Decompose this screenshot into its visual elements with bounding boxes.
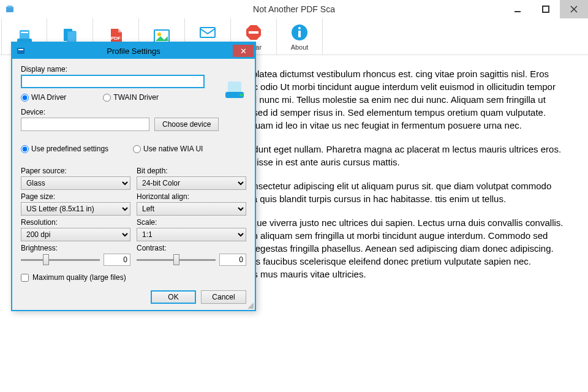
brightness-value[interactable] (104, 254, 130, 266)
toolbar-label: About (291, 43, 309, 51)
scanner-illustration-icon (223, 77, 246, 100)
body-paragraph: urna neque viverra justo nec ultrices du… (221, 216, 564, 281)
paper-source-select[interactable]: Glass (21, 176, 130, 190)
svg-rect-5 (21, 32, 28, 33)
paper-source-label: Paper source: (21, 167, 130, 175)
close-button[interactable] (560, 0, 588, 18)
window-titlebar: Not Another PDF Sca (0, 0, 588, 18)
profile-settings-dialog: Profile Settings ✕ Display name: WIA Dri… (11, 42, 256, 311)
info-icon (290, 23, 309, 42)
ok-button[interactable]: OK (151, 290, 196, 304)
dialog-title: Profile Settings (107, 47, 160, 56)
body-paragraph: bitasse platea dictumst vestibulum rhonc… (221, 67, 564, 132)
svg-rect-18 (18, 49, 23, 50)
contrast-label: Contrast: (137, 244, 246, 252)
svg-rect-16 (298, 31, 301, 37)
dialog-titlebar[interactable]: Profile Settings ✕ (12, 43, 255, 59)
svg-text:PDF: PDF (111, 36, 121, 41)
contrast-value[interactable] (219, 254, 246, 266)
body-paragraph: nisl tincidunt eget nullam. Pharetra mag… (221, 143, 564, 168)
cancel-button[interactable]: Cancel (201, 290, 246, 304)
display-name-input[interactable] (21, 75, 205, 88)
about-button[interactable]: About (277, 18, 323, 55)
scale-select[interactable]: 1:1 (137, 228, 246, 241)
svg-point-15 (298, 27, 301, 29)
svg-rect-0 (6, 7, 13, 12)
scale-label: Scale: (137, 218, 246, 227)
bit-depth-label: Bit depth: (137, 167, 246, 175)
predefined-settings-radio[interactable]: Use predefined settings (21, 145, 108, 153)
bit-depth-select[interactable]: 24-bit Color (137, 176, 246, 190)
dialog-icon (16, 46, 26, 56)
display-name-label: Display name: (21, 65, 246, 74)
maximize-button[interactable] (532, 0, 560, 18)
svg-rect-17 (17, 48, 24, 54)
twain-driver-radio[interactable]: TWAIN Driver (103, 93, 159, 102)
device-label: Device: (21, 108, 246, 116)
native-wia-radio[interactable]: Use native WIA UI (133, 145, 203, 153)
stop-icon (244, 23, 263, 42)
window-title: Not Another PDF Sca (253, 4, 335, 14)
svg-rect-3 (543, 6, 549, 12)
svg-point-20 (239, 94, 243, 96)
resize-grip[interactable] (246, 301, 254, 309)
app-icon (5, 4, 15, 14)
body-paragraph: amet consectetur adipiscing elit ut aliq… (221, 179, 564, 205)
dialog-close-button[interactable]: ✕ (233, 45, 254, 57)
email-icon (198, 23, 217, 42)
brightness-label: Brightness: (21, 244, 130, 252)
svg-rect-11 (200, 28, 215, 37)
resolution-label: Resolution: (21, 218, 130, 227)
svg-point-10 (157, 32, 161, 36)
svg-rect-1 (7, 6, 12, 7)
resolution-select[interactable]: 200 dpi (21, 228, 130, 241)
svg-rect-13 (249, 31, 258, 34)
contrast-slider[interactable] (137, 254, 216, 265)
wia-driver-radio[interactable]: WIA Driver (21, 93, 66, 102)
max-quality-checkbox[interactable]: Maximum quality (large files) (21, 273, 246, 282)
svg-rect-2 (514, 11, 521, 12)
page-size-select[interactable]: US Letter (8.5x11 in) (21, 202, 130, 216)
choose-device-button[interactable]: Choose device (154, 118, 219, 131)
minimize-button[interactable] (503, 0, 532, 18)
device-input[interactable] (21, 118, 149, 131)
brightness-slider[interactable] (21, 254, 100, 265)
horizontal-align-label: Horizontal align: (137, 192, 246, 201)
page-size-label: Page size: (21, 192, 130, 201)
horizontal-align-select[interactable]: Left (137, 202, 246, 216)
